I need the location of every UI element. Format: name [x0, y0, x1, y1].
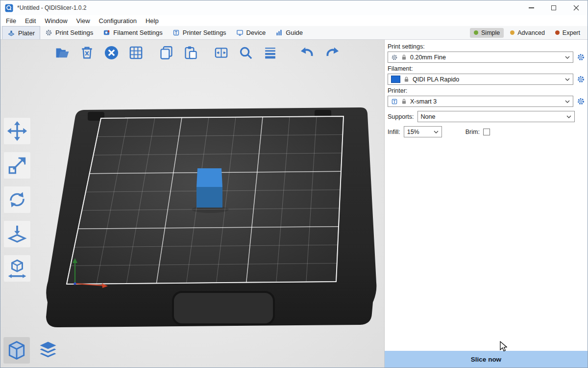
menu-bar: File Edit Window View Configuration Help	[0, 15, 588, 26]
printer-combo[interactable]: X-smart 3	[388, 96, 573, 107]
split-button[interactable]	[211, 43, 231, 62]
rotate-button[interactable]	[3, 186, 31, 213]
maximize-button[interactable]	[542, 0, 565, 15]
paste-button[interactable]	[181, 43, 200, 62]
tab-guide[interactable]: Guide	[270, 26, 308, 39]
preview-layers-icon	[37, 340, 59, 361]
advanced-mode-dot	[510, 30, 514, 35]
open-button[interactable]	[52, 43, 72, 62]
delete-trash-icon	[79, 45, 95, 60]
mode-expert[interactable]: Expert	[551, 28, 584, 38]
rotate-icon	[7, 189, 27, 210]
split-icon	[214, 45, 229, 60]
chevron-down-icon	[565, 56, 570, 59]
minimize-button[interactable]	[520, 0, 542, 15]
tab-device[interactable]: Device	[231, 26, 271, 39]
menu-view[interactable]: View	[72, 17, 95, 25]
undo-icon	[300, 45, 315, 60]
view-mode-toolbar	[3, 337, 61, 364]
mode-advanced[interactable]: Advanced	[506, 28, 549, 38]
variable-layer-height-button[interactable]	[260, 43, 280, 62]
viewport-3d[interactable]	[0, 40, 384, 368]
tab-print-settings[interactable]: Print Settings	[40, 26, 98, 39]
printer-icon	[391, 98, 398, 105]
paste-icon	[183, 45, 198, 60]
app-icon	[5, 4, 13, 12]
maximize-icon	[551, 5, 556, 10]
tab-plater[interactable]: Plater	[2, 26, 40, 39]
expert-mode-dot	[555, 30, 560, 35]
window-title: *Untitled - QIDISlicer-1.0.2	[17, 4, 86, 11]
menu-window[interactable]: Window	[40, 17, 72, 25]
scale-icon	[7, 155, 27, 176]
gear-icon	[391, 54, 398, 61]
window-controls	[520, 0, 588, 15]
filament-color-swatch	[391, 76, 400, 83]
brim-label: Brim:	[466, 129, 480, 135]
move-button[interactable]	[3, 117, 31, 145]
tab-filament-settings[interactable]: Filament Settings	[98, 26, 167, 39]
titlebar[interactable]: *Untitled - QIDISlicer-1.0.2	[0, 0, 588, 15]
scale-button[interactable]	[3, 152, 31, 179]
brim-checkbox[interactable]	[483, 129, 490, 135]
menu-file[interactable]: File	[1, 17, 21, 25]
mode-label: Advanced	[517, 29, 545, 36]
printer-icon	[172, 29, 180, 36]
infill-combo[interactable]: 15%	[404, 126, 442, 137]
height-range-icon	[7, 258, 27, 279]
gear-icon	[577, 97, 585, 105]
guide-bars-icon	[275, 29, 283, 36]
search-button[interactable]	[236, 43, 255, 62]
lock-icon	[401, 98, 407, 105]
filament-combo[interactable]: QIDI PLA Rapido	[388, 74, 573, 85]
close-button[interactable]	[565, 0, 588, 15]
mode-switcher: Simple Advanced Expert	[470, 26, 586, 39]
app-window: *Untitled - QIDISlicer-1.0.2 File Edit W…	[0, 0, 588, 368]
chevron-down-icon	[565, 100, 570, 103]
place-on-face-button[interactable]	[3, 220, 31, 248]
tab-bar: Plater Print Settings Filament Settings …	[0, 26, 588, 40]
menu-configuration[interactable]: Configuration	[95, 17, 141, 25]
delete-button[interactable]	[77, 43, 97, 62]
printer-gear-button[interactable]	[576, 97, 586, 106]
copy-icon	[159, 45, 174, 60]
slice-now-button[interactable]: Slice now	[385, 351, 588, 368]
height-range-button[interactable]	[3, 255, 31, 282]
open-folder-icon	[55, 45, 70, 60]
simple-mode-dot	[474, 30, 478, 35]
editor-view-button[interactable]	[3, 337, 30, 364]
copy-button[interactable]	[156, 43, 176, 62]
undo-button[interactable]	[297, 43, 317, 62]
print-settings-gear-button[interactable]	[576, 53, 586, 62]
menu-edit[interactable]: Edit	[21, 17, 40, 25]
print-settings-value: 0.20mm Fine	[410, 54, 446, 61]
mode-label: Simple	[481, 29, 500, 36]
gear-icon	[577, 75, 585, 83]
print-settings-combo[interactable]: 0.20mm Fine	[388, 52, 573, 63]
tab-printer-settings[interactable]: Printer Settings	[168, 26, 231, 39]
supports-label: Supports:	[388, 113, 414, 120]
chevron-down-icon	[434, 131, 439, 133]
supports-combo[interactable]: None	[417, 111, 575, 122]
printer-value: X-smart 3	[410, 98, 437, 105]
print-settings-label: Print settings:	[388, 43, 586, 50]
tab-label: Filament Settings	[113, 29, 162, 36]
left-toolbar	[3, 117, 31, 282]
filament-spool-icon	[103, 29, 110, 36]
filament-value: QIDI PLA Rapido	[413, 76, 459, 83]
infill-value: 15%	[407, 129, 419, 135]
delete-all-button[interactable]	[101, 43, 121, 62]
bed-scene[interactable]	[0, 40, 384, 368]
redo-button[interactable]	[322, 43, 342, 62]
place-on-face-icon	[7, 224, 27, 244]
arrange-button[interactable]	[126, 43, 146, 62]
tab-label: Printer Settings	[183, 29, 226, 36]
plater-icon	[7, 29, 15, 37]
filament-gear-button[interactable]	[576, 75, 586, 84]
tab-label: Guide	[286, 29, 303, 36]
menu-help[interactable]: Help	[141, 17, 163, 25]
mode-simple[interactable]: Simple	[470, 28, 504, 38]
infill-label: Infill:	[388, 129, 400, 135]
preview-view-button[interactable]	[35, 337, 61, 364]
tab-label: Print Settings	[55, 29, 93, 36]
